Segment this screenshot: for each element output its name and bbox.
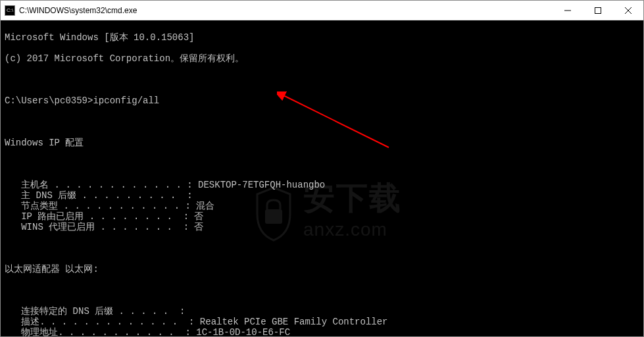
blank-line xyxy=(5,74,639,85)
kv-row: WINS 代理已启用 . . . . . . . : 否 xyxy=(5,222,639,232)
prompt-line: C:\Users\pc0359>ipconfig/all xyxy=(5,95,639,106)
minimize-icon xyxy=(564,7,571,14)
terminal-output[interactable]: Microsoft Windows [版本 10.0.15063] (c) 20… xyxy=(1,20,643,336)
close-button[interactable] xyxy=(613,1,643,20)
maximize-icon xyxy=(595,7,601,14)
kv-row: 主 DNS 后缀 . . . . . . . . . : xyxy=(5,190,639,201)
section1-rows: 主机名 . . . . . . . . . . . . : DESKTOP-7E… xyxy=(5,180,639,232)
banner-line: Microsoft Windows [版本 10.0.15063] xyxy=(5,32,639,43)
titlebar[interactable]: C:\ C:\WINDOWS\system32\cmd.exe xyxy=(1,1,643,20)
section2-rows: 连接特定的 DNS 后缀 . . . . . : 描述. . . . . . .… xyxy=(5,306,639,336)
maximize-button[interactable] xyxy=(583,1,613,20)
kv-row: 物理地址. . . . . . . . . . . : 1C-1B-0D-10-… xyxy=(5,327,639,336)
banner-line: (c) 2017 Microsoft Corporation。保留所有权利。 xyxy=(5,53,639,64)
blank-line xyxy=(5,159,639,169)
kv-row: 连接特定的 DNS 后缀 . . . . . : xyxy=(5,306,639,317)
blank-line xyxy=(5,243,639,253)
kv-row: IP 路由已启用 . . . . . . . . : 否 xyxy=(5,211,639,222)
blank-line xyxy=(5,117,639,127)
section-title: Windows IP 配置 xyxy=(5,138,639,148)
minimize-button[interactable] xyxy=(553,1,583,20)
svg-rect-1 xyxy=(595,7,601,13)
kv-row: 主机名 . . . . . . . . . . . . : DESKTOP-7E… xyxy=(5,180,639,190)
section-title: 以太网适配器 以太网: xyxy=(5,264,639,274)
cmd-icon: C:\ xyxy=(5,5,15,16)
cmd-window: C:\ C:\WINDOWS\system32\cmd.exe Microsof… xyxy=(0,0,644,337)
kv-row: 节点类型 . . . . . . . . . . . : 混合 xyxy=(5,201,639,211)
blank-line xyxy=(5,285,639,296)
window-title: C:\WINDOWS\system32\cmd.exe xyxy=(19,6,137,15)
kv-row: 描述. . . . . . . . . . . . . : Realtek PC… xyxy=(5,317,639,327)
close-icon xyxy=(625,7,632,14)
prompt: C:\Users\pc0359> xyxy=(5,95,93,106)
command: ipconfig/all xyxy=(93,95,159,106)
